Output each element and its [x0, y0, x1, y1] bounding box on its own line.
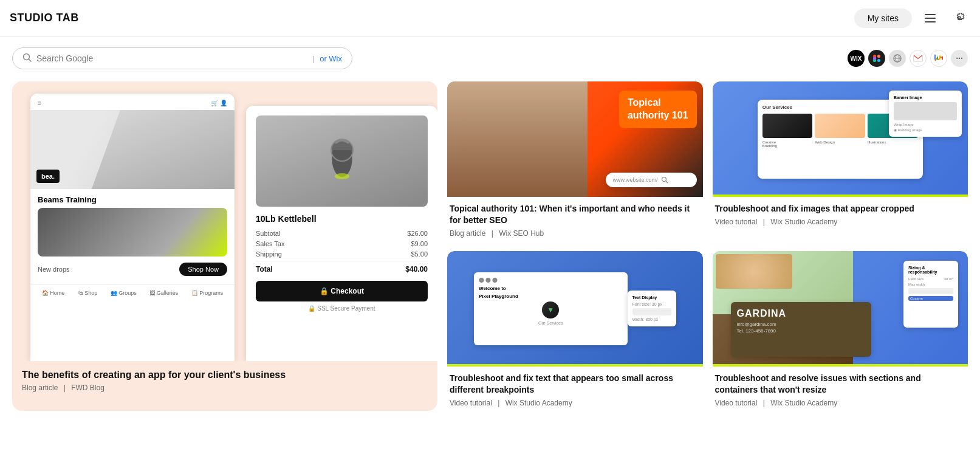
- svg-rect-17: [942, 57, 943, 60]
- topical-type: Blog article: [450, 229, 485, 238]
- cart-shipping-label: Shipping: [256, 250, 282, 258]
- gardina-overlay-panel: Sizing & responsability Field size30 m² …: [903, 261, 958, 328]
- gardina-business-card: GARDINA info@gardina.com Tel. 123-456-78…: [731, 302, 871, 357]
- gardina-name: GARDINA: [737, 308, 865, 319]
- menu-icon: [925, 14, 936, 22]
- meta-separator: |: [64, 384, 66, 392]
- big-card[interactable]: ≡ 🛒 👤 bea. Beams Training New drops Shop…: [12, 81, 437, 411]
- gardina-card-info: Troubleshoot and resolve issues with sec…: [713, 367, 968, 411]
- main-content: ≡ 🛒 👤 bea. Beams Training New drops Shop…: [0, 75, 980, 423]
- search-container: | or Wix: [12, 47, 352, 69]
- checkout-button[interactable]: 🔒 Checkout: [256, 281, 428, 301]
- svg-rect-2: [925, 21, 936, 22]
- phone-product-title: Beams Training: [30, 189, 235, 208]
- ssl-label: 🔒 SSL Secure Payment: [256, 305, 428, 312]
- green-accent-bar: [713, 195, 968, 197]
- topical-source: Wix SEO Hub: [499, 229, 544, 238]
- gear-icon: [953, 12, 965, 24]
- gardina-card[interactable]: GARDINA info@gardina.com Tel. 123-456-78…: [713, 251, 968, 411]
- gardina-phone: Tel. 123-456-7890: [737, 328, 865, 334]
- gardina-title: Troubleshoot and resolve issues with sec…: [715, 373, 966, 396]
- pixel-type: Video tutorial: [450, 399, 492, 407]
- logo: STUDIO TAB: [10, 12, 79, 24]
- search-bar-row: | or Wix WIX: [0, 36, 980, 75]
- cart-shipping-row: Shipping $5.00: [256, 250, 428, 258]
- gardina-overlay-row2: Max width: [908, 283, 953, 286]
- gardina-overlay-title: Sizing & responsability: [908, 266, 953, 274]
- cart-total-label: Total: [256, 265, 273, 274]
- cart-total-value: $40.00: [405, 265, 428, 274]
- troubleshoot-images-card[interactable]: Our Services CreativeBranding Web Design…: [713, 81, 968, 241]
- svg-point-21: [662, 177, 666, 182]
- images-title: Troubleshoot and fix images that appear …: [715, 203, 966, 215]
- gardina-source: Wix Studio Academy: [770, 399, 837, 407]
- search-icon: [22, 53, 32, 64]
- images-thumb: Our Services CreativeBranding Web Design…: [713, 81, 968, 197]
- svg-rect-16: [939, 55, 941, 60]
- extension-icons: WIX: [848, 50, 968, 67]
- cart-subtotal-row: Subtotal $26.00: [256, 230, 428, 237]
- mock-img-2: [815, 114, 865, 138]
- cart-tax-value: $9.00: [411, 240, 428, 247]
- images-card-info: Troubleshoot and fix images that appear …: [713, 197, 968, 230]
- svg-line-4: [29, 60, 32, 62]
- big-card-meta: Blog article | FWD Blog: [22, 384, 428, 392]
- pixel-thumb: ⬤ ⬤ ⬤ Welcome to Pixel Playground ▼ Our …: [447, 251, 703, 367]
- settings-icon-button[interactable]: [948, 7, 970, 29]
- cart-shipping-value: $5.00: [411, 250, 428, 258]
- gardina-type: Video tutorial: [715, 399, 758, 407]
- svg-point-8: [877, 59, 880, 62]
- header: STUDIO TAB My sites: [0, 0, 980, 36]
- search-divider: |: [313, 54, 315, 63]
- pixel-title: Troubleshoot and fix text that appears t…: [450, 373, 701, 396]
- topical-title: Topical authority 101: When it's importa…: [450, 203, 701, 226]
- phone-hero: bea.: [30, 110, 235, 189]
- big-card-source: FWD Blog: [71, 384, 105, 392]
- pixel-card-info: Troubleshoot and fix text that appears t…: [447, 367, 703, 411]
- pixel-header-bar: ⬤ ⬤ ⬤: [479, 277, 623, 283]
- pixel-side-panel: Text Display Font size: 30 px Width: 300…: [628, 291, 676, 326]
- wix-extension-icon[interactable]: WIX: [848, 50, 865, 67]
- or-wix-label[interactable]: or Wix: [320, 54, 342, 63]
- cart-mockup: 10Lb Kettlebell Subtotal $26.00 Sales Ta…: [246, 106, 437, 361]
- svg-rect-14: [934, 55, 936, 60]
- gmail-extension-icon[interactable]: [910, 50, 927, 67]
- svg-rect-1: [925, 18, 936, 19]
- figma-extension-icon[interactable]: [868, 50, 885, 67]
- phone-shoe-image: [38, 208, 227, 256]
- cart-subtotal-value: $26.00: [407, 230, 428, 237]
- images-meta: Video tutorial | Wix Studio Academy: [715, 218, 966, 226]
- gardina-badge: Custom: [908, 296, 953, 301]
- menu-icon-button[interactable]: [919, 7, 941, 29]
- search-input[interactable]: [36, 53, 306, 63]
- topical-authority-card[interactable]: Topical authority 101 www.website.com/ T…: [447, 81, 703, 241]
- sphere-extension-icon[interactable]: [889, 50, 906, 67]
- pixel-playground-card[interactable]: ⬤ ⬤ ⬤ Welcome to Pixel Playground ▼ Our …: [447, 251, 703, 411]
- phone-nav: 🏠 Home🛍 Shop👥 Groups🖼 Galleries📋 Program…: [30, 284, 235, 301]
- svg-rect-15: [937, 57, 938, 60]
- brand-badge: bea.: [36, 170, 60, 183]
- pixel-mockup: ⬤ ⬤ ⬤ Welcome to Pixel Playground ▼ Our …: [474, 272, 628, 345]
- topical-card-info: Topical authority 101: When it's importa…: [447, 197, 703, 241]
- green-accent-bar-2: [447, 364, 703, 367]
- pixel-logo: ▼: [542, 301, 559, 318]
- gardina-email: info@gardina.com: [737, 322, 865, 327]
- big-card-info: The benefits of creating an app for your…: [12, 361, 437, 398]
- topical-orange-box: Topical authority 101: [619, 91, 697, 128]
- phone-header: ≡ 🛒 👤: [30, 94, 235, 110]
- more-extensions-icon[interactable]: ···: [951, 50, 968, 67]
- topical-thumb: Topical authority 101 www.website.com/: [447, 81, 703, 197]
- svg-rect-0: [925, 14, 936, 15]
- pixel-meta: Video tutorial | Wix Studio Academy: [450, 399, 701, 407]
- services-right-panel: Banner Image Wrap Image ◉ Padding Image: [889, 91, 962, 137]
- images-source: Wix Studio Academy: [770, 218, 837, 226]
- cart-product-title: 10Lb Kettlebell: [256, 214, 428, 224]
- cart-tax-label: Sales Tax: [256, 240, 285, 247]
- analytics-extension-icon[interactable]: [930, 50, 947, 67]
- pixel-welcome-text: Welcome to: [479, 286, 623, 291]
- cta-label: New drops: [38, 266, 70, 273]
- cart-subtotal-label: Subtotal: [256, 230, 280, 237]
- svg-rect-6: [877, 55, 880, 58]
- green-accent-bar-3: [713, 364, 968, 367]
- my-sites-button[interactable]: My sites: [854, 9, 912, 28]
